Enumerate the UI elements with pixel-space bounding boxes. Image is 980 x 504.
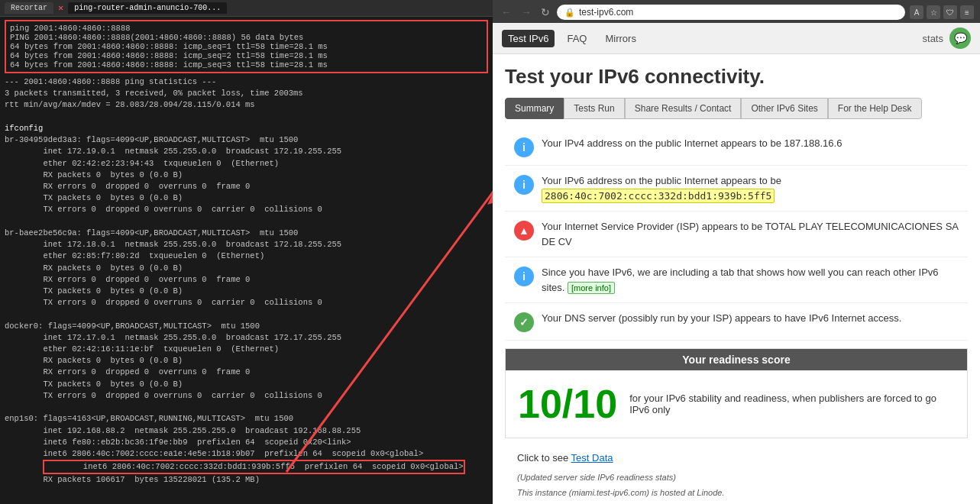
reload-button[interactable]: ↻ — [539, 6, 552, 18]
info-text-ipv4: Your IPv4 address on the public Internet… — [542, 136, 842, 151]
term-br2-inet: inet 172.18.0.1 netmask 255.255.0.0 broa… — [5, 239, 488, 250]
term-blank-1 — [5, 111, 488, 123]
test-data-section: Click to see Test Data — [505, 446, 968, 470]
tab-summary[interactable]: Summary — [505, 98, 564, 119]
ipv6-text-pre: Your IPv6 address on the public Internet… — [542, 175, 781, 186]
address-text: test-ipv6.com — [579, 7, 633, 18]
test-data-pre: Click to see — [517, 452, 571, 464]
ping-line-0: ping 2001:4860:4860::8888 — [10, 24, 483, 33]
term-br2-rx1: RX packets 0 bytes 0 (0.0 B) — [5, 263, 488, 274]
info-icon-isp: ▲ — [514, 221, 534, 241]
terminal-tab-recortar[interactable]: Recortar — [5, 2, 53, 14]
term-rtt-line: rtt min/avg/max/mdev = 28.083/28.094/28.… — [5, 99, 488, 111]
page-title: Test your IPv6 connectivity. — [505, 65, 968, 89]
term-br2-flags: br-baee2be56c9a: flags=4099<UP,BROADCAST… — [5, 228, 488, 239]
term-stats-line: --- 2001:4860:4860::8888 ping statistics… — [5, 76, 488, 88]
nav-faq[interactable]: FAQ — [561, 30, 593, 47]
tab-share-results[interactable]: Share Results / Contact — [625, 98, 742, 119]
term-blank-4 — [5, 402, 488, 413]
translate-icon[interactable]: A — [910, 5, 923, 19]
terminal-tab-bar: Recortar ✕ ping-router-admin-anuncio-700… — [0, 0, 493, 17]
info-text-isp: Your Internet Service Provider (ISP) app… — [542, 219, 959, 249]
term-docker-rx1: RX packets 0 bytes 0 (0.0 B) — [5, 355, 488, 367]
terminal-content: ping 2001:4860:4860::8888 PING 2001:4860… — [0, 17, 493, 501]
nav-stats[interactable]: stats — [923, 33, 943, 44]
term-br2-tx-err: TX errors 0 dropped 0 overruns 0 carrier… — [5, 297, 488, 309]
term-docker-rx-err: RX errors 0 dropped 0 overruns 0 frame 0 — [5, 367, 488, 378]
term-br-tx-err: TX errors 0 dropped 0 overruns 0 carrier… — [5, 204, 488, 215]
tab-other-ipv6[interactable]: Other IPv6 Sites — [741, 98, 827, 119]
info-icon-ipv6: i — [514, 175, 534, 195]
tab-help-desk[interactable]: For the Help Desk — [828, 98, 922, 119]
inner-tab-bar: Summary Tests Run Share Results / Contac… — [505, 98, 968, 119]
terminal-close-btn[interactable]: ✕ — [58, 2, 63, 14]
browser-chrome: ← → ↻ 🔒 test-ipv6.com A ☆ 🛡 ≡ — [493, 0, 980, 23]
site-nav: Test IPv6 FAQ Mirrors stats 💬 — [493, 23, 980, 54]
term-enp-inet6-fe80: inet6 fe80::eb2b:bc36:1f9e:bb9 prefixlen… — [5, 437, 488, 448]
ping-line-4: 64 bytes from 2001:4860:4860::8888: icmp… — [10, 60, 483, 69]
term-br2-ether: ether 02:85:f7:80:2d txqueuelen 0 (Ether… — [5, 250, 488, 262]
site-main-content: Test your IPv6 connectivity. Summary Tes… — [493, 54, 980, 504]
info-icon-reach: i — [514, 267, 534, 286]
term-br-inet: inet 172.19.0.1 netmask 255.255.0.0 broa… — [5, 146, 488, 157]
more-info-link[interactable]: [more info] — [568, 282, 615, 294]
info-card-reach: i Since you have IPv6, we are including … — [505, 257, 968, 303]
term-docker-ether: ether 02:42:16:11:1e:bf txqueuelen 0 (Et… — [5, 344, 488, 355]
test-data-link[interactable]: Test Data — [571, 452, 613, 464]
hosted-text: This instance (miami.test-ipv6.com) is h… — [505, 485, 968, 500]
term-packets-line: 3 packets transmitted, 3 received, 0% pa… — [5, 88, 488, 99]
info-card-ipv6: i Your IPv6 address on the public Intern… — [505, 166, 968, 212]
term-br-flags: br-304959ded3a3: flags=4099<UP,BROADCAST… — [5, 134, 488, 146]
info-text-dns: Your DNS server (possibly run by your IS… — [542, 311, 901, 326]
ping-output-box: ping 2001:4860:4860::8888 PING 2001:4860… — [5, 20, 488, 73]
info-card-ipv4: i Your IPv4 address on the public Intern… — [505, 128, 968, 166]
term-docker-tx-err: TX errors 0 dropped 0 overruns 0 carrier… — [5, 390, 488, 402]
ipv6-address-highlight: 2806:40c:7002:cccc:332d:bdd1:939b:5ff5 — [542, 189, 775, 203]
readiness-score-section: Your readiness score 10/10 for your IPv6… — [505, 348, 968, 438]
term-br2-tx1: TX packets 0 bytes 0 (0.0 B) — [5, 286, 488, 297]
term-br-rx-err: RX errors 0 dropped 0 overruns 0 frame 0 — [5, 181, 488, 192]
term-br-rx1: RX packets 0 bytes 0 (0.0 B) — [5, 170, 488, 181]
term-br-tx1: TX packets 0 bytes 0 (0.0 B) — [5, 192, 488, 204]
score-description: for your IPv6 stability and readiness, w… — [629, 393, 955, 415]
browser-panel: ← → ↻ 🔒 test-ipv6.com A ☆ 🛡 ≡ Test IPv6 … — [493, 0, 980, 504]
nav-test-ipv6[interactable]: Test IPv6 — [502, 30, 555, 47]
info-text-reach: Since you have IPv6, we are including a … — [542, 265, 959, 295]
bookmark-icon[interactable]: ☆ — [927, 5, 940, 19]
score-value: 10/10 — [518, 381, 617, 427]
score-header: Your readiness score — [506, 349, 967, 370]
info-icon-dns: ✓ — [514, 312, 534, 332]
menu-icon[interactable]: ≡ — [960, 5, 974, 19]
term-ifconfig: ifconfig — [5, 123, 488, 134]
term-enp-inet: inet 192.168.88.2 netmask 255.255.255.0 … — [5, 425, 488, 437]
term-docker-inet: inet 172.17.0.1 netmask 255.255.0.0 broa… — [5, 332, 488, 344]
term-br-ether: ether 02:42:e2:23:94:43 txqueuelen 0 (Et… — [5, 158, 488, 170]
chat-icon[interactable]: 💬 — [949, 27, 971, 49]
ping-line-2: 64 bytes from 2001:4860:4860::8888: icmp… — [10, 42, 483, 51]
term-enp-flags: enp1s0: flags=4163<UP,BROADCAST,RUNNING,… — [5, 413, 488, 425]
address-bar[interactable]: 🔒 test-ipv6.com — [557, 5, 905, 20]
tab-tests-run[interactable]: Tests Run — [564, 98, 624, 119]
score-body: 10/10 for your IPv6 stability and readin… — [506, 370, 967, 438]
site-content: Test IPv6 FAQ Mirrors stats 💬 Test your … — [493, 23, 980, 504]
terminal-tab-ping[interactable]: ping-router-admin-anuncio-700... — [68, 2, 227, 14]
term-blank-3 — [5, 309, 488, 320]
back-button[interactable]: ← — [499, 6, 514, 18]
term-enp-inet6-2-wrapper: inet6 2806:40c:7002:cccc:332d:bdd1:939b:… — [5, 460, 488, 474]
term-docker-tx1: TX packets 0 bytes 0 (0.0 B) — [5, 379, 488, 390]
term-enp-ether: RX packets 106617 bytes 135228021 (135.2… — [5, 474, 488, 486]
shield-icon[interactable]: 🛡 — [943, 5, 957, 19]
info-card-dns: ✓ Your DNS server (possibly run by your … — [505, 303, 968, 341]
term-blank-2 — [5, 216, 488, 228]
term-br2-rx-err: RX errors 0 dropped 0 overruns 0 frame 0 — [5, 274, 488, 286]
terminal-panel: Recortar ✕ ping-router-admin-anuncio-700… — [0, 0, 493, 504]
ping-line-1: PING 2001:4860:4860::8888(2001:4860:4860… — [10, 33, 483, 42]
nav-mirrors[interactable]: Mirrors — [599, 30, 642, 47]
info-text-ipv6: Your IPv6 address on the public Internet… — [542, 173, 959, 203]
forward-button[interactable]: → — [519, 6, 534, 18]
browser-toolbar-icons: A ☆ 🛡 ≡ — [910, 5, 974, 19]
info-icon-ipv4: i — [514, 137, 534, 157]
term-enp-inet6-1: inet6 2806:40c:7002:cccc:ea1e:4e5e:1b18:… — [5, 448, 488, 460]
lock-icon: 🔒 — [564, 8, 575, 18]
updated-stats-text: (Updated server side IPv6 readiness stat… — [505, 470, 968, 485]
